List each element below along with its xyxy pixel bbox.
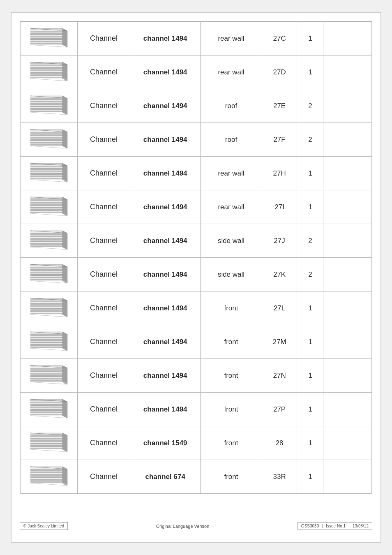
row-extra — [323, 157, 372, 190]
row-qty: 1 — [297, 325, 323, 359]
row-location: roof — [201, 89, 262, 123]
row-qty: 2 — [297, 258, 323, 291]
row-qty: 2 — [297, 224, 323, 258]
row-code: 27L — [262, 291, 297, 325]
row-qty: 1 — [297, 291, 323, 325]
svg-rect-48 — [30, 168, 62, 170]
row-channel: channel 1494 — [130, 157, 201, 190]
channel-icon — [28, 296, 69, 319]
svg-rect-71 — [30, 236, 62, 237]
svg-rect-139 — [30, 438, 62, 439]
svg-rect-131 — [30, 412, 62, 413]
svg-rect-129 — [30, 407, 62, 408]
row-location: rear wall — [201, 56, 262, 89]
svg-marker-8 — [62, 28, 67, 47]
row-channel: channel 1494 — [130, 224, 201, 258]
svg-rect-3 — [30, 33, 62, 35]
row-type: Channel — [77, 123, 130, 157]
row-extra — [323, 190, 372, 224]
svg-line-101 — [30, 314, 67, 317]
svg-rect-60 — [30, 202, 62, 204]
row-qty: 1 — [297, 460, 323, 494]
row-code: 27H — [262, 157, 297, 190]
row-code: 27P — [262, 393, 297, 426]
row-icon-cell — [21, 393, 78, 426]
svg-rect-105 — [30, 337, 62, 338]
svg-rect-138 — [30, 435, 62, 437]
table-row: Channel channel 1494 front 27P 1 — [21, 393, 372, 426]
row-type: Channel — [77, 224, 130, 258]
row-channel: channel 1494 — [130, 325, 201, 359]
table-row: Channel channel 1494 rear wall 27D 1 — [21, 56, 372, 89]
svg-rect-96 — [30, 308, 62, 310]
svg-rect-82 — [30, 269, 62, 271]
table-row: Channel channel 1494 rear wall 27C 1 — [21, 22, 372, 56]
row-type: Channel — [77, 89, 130, 123]
svg-line-33 — [30, 112, 67, 115]
svg-rect-36 — [30, 132, 62, 134]
svg-marker-133 — [62, 399, 67, 418]
svg-rect-40 — [30, 142, 62, 143]
svg-rect-47 — [30, 166, 62, 167]
svg-rect-2 — [30, 31, 62, 32]
row-icon-cell — [21, 157, 78, 190]
table-row: Channel channel 1494 front 27N 1 — [21, 359, 372, 393]
row-icon-cell — [21, 224, 78, 258]
svg-rect-28 — [30, 106, 62, 107]
row-icon-cell — [21, 426, 78, 460]
svg-rect-13 — [30, 65, 62, 66]
row-extra — [323, 258, 372, 291]
svg-rect-107 — [30, 342, 62, 343]
row-icon-cell — [21, 89, 78, 123]
svg-rect-117 — [30, 373, 62, 375]
channel-icon — [28, 431, 69, 453]
row-icon-cell — [21, 22, 78, 56]
row-code: 27C — [262, 22, 297, 56]
svg-rect-49 — [30, 171, 62, 172]
row-location: rear wall — [201, 190, 262, 224]
svg-rect-98 — [30, 313, 62, 314]
row-extra — [323, 123, 372, 157]
svg-line-44 — [30, 146, 67, 148]
svg-rect-37 — [30, 134, 62, 136]
row-extra — [323, 89, 372, 123]
svg-rect-142 — [30, 445, 62, 447]
svg-rect-118 — [30, 375, 62, 377]
svg-line-55 — [30, 180, 67, 182]
row-code: 27I — [262, 190, 297, 224]
table-row: Channel channel 1494 side wall 27J 2 — [21, 224, 372, 258]
svg-line-10 — [30, 45, 67, 47]
row-channel: channel 1494 — [130, 359, 201, 393]
svg-rect-115 — [30, 368, 62, 370]
row-code: 27E — [262, 89, 297, 123]
row-channel: channel 1494 — [130, 89, 201, 123]
row-extra — [323, 22, 372, 56]
row-icon-cell — [21, 123, 78, 157]
svg-rect-18 — [30, 77, 62, 78]
table-row: Channel channel 1549 front 28 1 — [21, 426, 372, 460]
svg-rect-70 — [30, 233, 62, 235]
svg-rect-73 — [30, 240, 62, 242]
svg-rect-41 — [30, 144, 62, 146]
svg-line-89 — [30, 281, 67, 283]
svg-rect-154 — [30, 481, 62, 483]
svg-rect-86 — [30, 279, 62, 280]
svg-rect-26 — [30, 101, 62, 102]
row-location: front — [201, 393, 262, 426]
channel-icon — [28, 127, 69, 150]
svg-rect-95 — [30, 305, 62, 307]
parts-table: Channel channel 1494 rear wall 27C 1 — [20, 21, 372, 494]
svg-marker-144 — [62, 433, 67, 452]
row-icon-cell — [21, 359, 78, 393]
row-location: rear wall — [201, 22, 262, 56]
row-extra — [323, 393, 372, 426]
svg-rect-152 — [30, 476, 62, 478]
channel-icon — [28, 94, 69, 116]
svg-rect-39 — [30, 139, 62, 141]
row-extra — [323, 56, 372, 89]
svg-marker-31 — [62, 96, 67, 115]
row-location: side wall — [201, 258, 262, 291]
svg-rect-38 — [30, 137, 62, 139]
svg-rect-84 — [30, 274, 62, 276]
row-code: 27J — [262, 224, 297, 258]
